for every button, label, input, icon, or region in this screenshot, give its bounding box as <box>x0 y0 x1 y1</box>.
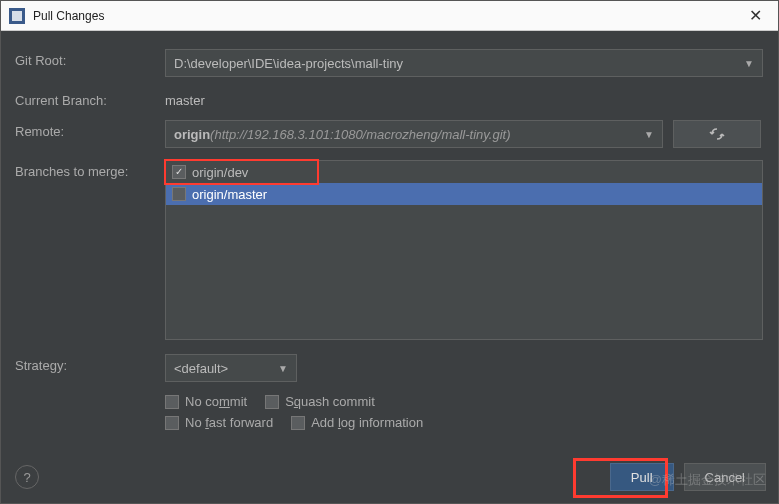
no-commit-checkbox[interactable]: No commit <box>165 394 247 409</box>
checkbox-icon <box>291 416 305 430</box>
app-icon <box>9 8 25 24</box>
branches-label: Branches to merge: <box>15 160 165 179</box>
checkbox-label: No commit <box>185 394 247 409</box>
no-fast-forward-checkbox[interactable]: No fast forward <box>165 415 273 430</box>
strategy-label: Strategy: <box>15 354 165 373</box>
cancel-button[interactable]: Cancel <box>684 463 766 491</box>
git-root-label: Git Root: <box>15 49 165 68</box>
remote-label: Remote: <box>15 120 165 139</box>
checkbox-label: Squash commit <box>285 394 375 409</box>
branch-checkbox[interactable] <box>172 187 186 201</box>
git-root-dropdown[interactable]: D:\developer\IDE\idea-projects\mall-tiny… <box>165 49 763 77</box>
branch-name: origin/dev <box>192 165 248 180</box>
branch-item[interactable]: origin/master <box>166 183 762 205</box>
add-log-checkbox[interactable]: Add log information <box>291 415 423 430</box>
remote-name: origin <box>174 127 210 142</box>
checkbox-label: Add log information <box>311 415 423 430</box>
help-button[interactable]: ? <box>15 465 39 489</box>
checkbox-icon <box>265 395 279 409</box>
squash-checkbox[interactable]: Squash commit <box>265 394 375 409</box>
current-branch-label: Current Branch: <box>15 89 165 108</box>
branch-item[interactable]: origin/dev <box>166 161 762 183</box>
chevron-down-icon: ▼ <box>644 129 654 140</box>
current-branch-value: master <box>165 89 766 108</box>
checkbox-icon <box>165 395 179 409</box>
checkbox-icon <box>165 416 179 430</box>
branches-list: origin/dev origin/master <box>165 160 763 340</box>
remote-dropdown[interactable]: origin (http://192.168.3.101:1080/macroz… <box>165 120 663 148</box>
window-title: Pull Changes <box>33 9 741 23</box>
strategy-value: <default> <box>174 361 228 376</box>
branch-checkbox[interactable] <box>172 165 186 179</box>
refresh-icon <box>709 126 725 142</box>
svg-rect-0 <box>12 11 22 21</box>
remote-url: (http://192.168.3.101:1080/macrozheng/ma… <box>210 127 510 142</box>
chevron-down-icon: ▼ <box>278 363 288 374</box>
git-root-value: D:\developer\IDE\idea-projects\mall-tiny <box>174 56 403 71</box>
close-icon[interactable]: ✕ <box>741 6 770 25</box>
branch-name: origin/master <box>192 187 267 202</box>
strategy-dropdown[interactable]: <default> ▼ <box>165 354 297 382</box>
titlebar: Pull Changes ✕ <box>1 1 778 31</box>
checkbox-label: No fast forward <box>185 415 273 430</box>
pull-button[interactable]: Pull <box>610 463 674 491</box>
refresh-button[interactable] <box>673 120 761 148</box>
chevron-down-icon: ▼ <box>744 58 754 69</box>
